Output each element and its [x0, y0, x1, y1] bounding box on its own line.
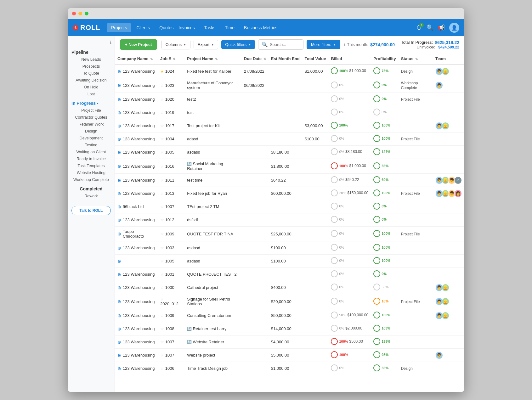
sidebar-item-design[interactable]: Design — [68, 128, 115, 135]
col-total-value[interactable]: Total Value — [302, 53, 329, 65]
col-due-date[interactable]: Due Date ⇅ — [241, 53, 269, 65]
star-icon[interactable]: ☆ — [160, 110, 164, 115]
sidebar-item-new-leads[interactable]: New Leads — [68, 56, 115, 63]
table-row[interactable]: ⊕ 123 Warehousing ☆ 1006 Time Track Desi… — [115, 362, 464, 375]
nav-item-business[interactable]: Business Metrics — [240, 23, 282, 32]
star-icon[interactable]: ☆ — [160, 353, 164, 358]
table-row[interactable]: ⊕ 123 Warehousing ☆ 1023 Manufacture of … — [115, 78, 464, 93]
maximize-dot[interactable] — [85, 12, 88, 15]
sidebar-item-prospects[interactable]: Prospects — [68, 63, 115, 70]
star-icon[interactable]: ☆ — [160, 366, 164, 371]
table-row[interactable]: ⊕ 123 Warehousing ☆ 1004 adasd $100.00 0… — [115, 132, 464, 146]
table-row[interactable]: ⊕ 123 Warehousing ☆ 1017 Test project fo… — [115, 119, 464, 132]
nav-item-clients[interactable]: Clients — [132, 23, 154, 32]
col-profitability[interactable]: Profitability — [371, 53, 399, 65]
table-row[interactable]: ⊕ Taupo Chiropracto ☆ 1009 QUOTE TEST FO… — [115, 227, 464, 241]
minimize-dot[interactable] — [78, 12, 82, 15]
table-row[interactable]: ⊕ 123 Warehousing ☆ 2020_012 Signage for… — [115, 294, 464, 309]
star-icon[interactable]: ☆ — [160, 191, 164, 196]
sidebar-item-workshop-complete[interactable]: Workshop Complete — [68, 176, 115, 183]
star-icon[interactable]: ☆ — [160, 326, 164, 331]
nav-item-tasks[interactable]: Tasks — [200, 23, 220, 32]
star-icon[interactable]: ☆ — [160, 259, 164, 263]
new-project-button[interactable]: + New Project — [120, 39, 157, 50]
star-icon[interactable]: ☆ — [160, 123, 164, 128]
nav-item-quotes[interactable]: Quotes + Invoices — [155, 23, 199, 32]
star-icon[interactable]: ☆ — [160, 150, 164, 155]
search-input[interactable] — [270, 42, 300, 47]
star-icon[interactable]: ☆ — [160, 137, 164, 141]
col-project[interactable]: Project Name ⇅ — [184, 53, 241, 65]
cell-due-date — [241, 146, 269, 159]
cell-status — [399, 349, 433, 362]
col-job[interactable]: Job # ⇅ — [158, 53, 184, 65]
cell-billed: 0% — [328, 241, 371, 255]
table-row[interactable]: ⊕ 123 Warehousing ☆ 1007 🔄 Website Retai… — [115, 335, 464, 349]
nav-item-projects[interactable]: Projects — [107, 23, 132, 32]
star-icon[interactable]: ☆ — [160, 297, 164, 301]
sidebar-item-lost[interactable]: Lost — [68, 91, 115, 98]
star-icon[interactable]: ★ — [160, 69, 164, 74]
col-company[interactable]: Company Name ⇅ — [115, 53, 158, 65]
user-avatar[interactable]: 👤 — [449, 23, 459, 33]
sidebar-item-to-quote[interactable]: To Quote — [68, 70, 115, 77]
table-row[interactable]: ⊕ 123 Warehousing ☆ 1008 🔄 Retainer test… — [115, 322, 464, 335]
star-icon[interactable]: ☆ — [160, 340, 164, 344]
this-month-value[interactable]: $274,900.00 — [370, 42, 395, 47]
cell-est-month-end: $100.00 — [269, 255, 302, 268]
table-row[interactable]: ⊕ 123 Warehousing ☆ 1020 test2 0% — [115, 93, 464, 106]
star-icon[interactable]: ☆ — [160, 97, 164, 102]
star-icon[interactable]: ☆ — [160, 313, 164, 318]
notification-icon-btn[interactable]: 📢 — [438, 24, 445, 31]
table-row[interactable]: ⊕ 123 Warehousing ★ 1024 Fixed fee test … — [115, 65, 464, 78]
col-billed[interactable]: Billed — [328, 53, 371, 65]
star-icon[interactable]: ☆ — [160, 272, 164, 277]
project-name: QUOTE TEST FOR TINA — [187, 232, 233, 236]
table-row[interactable]: ⊕ 123 Warehousing ☆ 1000 Cathedral proje… — [115, 281, 464, 294]
close-dot[interactable] — [72, 12, 76, 15]
columns-button[interactable]: Columns ▼ — [161, 40, 190, 49]
table-row[interactable]: ⊕ 123 Warehousing ☆ 1013 Fixed fee job f… — [115, 187, 464, 200]
table-row[interactable]: ⊕ 123 Warehousing ☆ 1019 test 0% — [115, 106, 464, 119]
table-row[interactable]: ⊕ 123 Warehousing ☆ 1005 asdasd $8,180.0… — [115, 146, 464, 159]
sidebar-item-testing[interactable]: Testing — [68, 142, 115, 149]
table-row[interactable]: ⊕ 96black Ltd ☆ 1007 TEst project 2 TM 0… — [115, 200, 464, 213]
col-status[interactable]: Status ⇅ — [399, 53, 433, 65]
star-icon[interactable]: ☆ — [160, 232, 164, 236]
search-icon-btn[interactable]: 🔍 — [427, 24, 433, 31]
sidebar-item-rework[interactable]: Rework — [68, 193, 115, 200]
sidebar-item-on-hold[interactable]: On Hold — [68, 84, 115, 91]
table-row[interactable]: ⊕ 123 Warehousing ☆ 1007 Website project… — [115, 349, 464, 362]
sidebar-item-task-templates[interactable]: Task Templates — [68, 162, 115, 169]
star-icon[interactable]: ☆ — [160, 83, 164, 88]
nav-item-time[interactable]: Time — [221, 23, 239, 32]
sidebar-item-waiting-client[interactable]: Waiting on Client — [68, 149, 115, 155]
star-icon[interactable]: ☆ — [160, 204, 164, 209]
star-icon[interactable]: ☆ — [160, 245, 164, 250]
col-est-month-end[interactable]: Est Month End — [269, 53, 302, 65]
star-icon[interactable]: ☆ — [160, 178, 164, 183]
sidebar-item-project-file[interactable]: Project File — [68, 107, 115, 114]
table-row[interactable]: ⊕ 123 Warehousing ☆ 1009 Consulting Crem… — [115, 309, 464, 322]
star-icon[interactable]: ☆ — [160, 217, 164, 222]
star-icon[interactable]: ☆ — [160, 285, 164, 290]
sidebar-info-icon[interactable]: ℹ — [68, 40, 115, 47]
export-button[interactable]: Export ▼ — [194, 40, 218, 49]
table-row[interactable]: ⊕ 123 Warehousing ☆ 1011 test time $640.… — [115, 174, 464, 187]
sidebar-item-development[interactable]: Development — [68, 135, 115, 142]
sidebar-item-awaiting[interactable]: Awaiting Decision — [68, 77, 115, 84]
table-row[interactable]: ⊕ 123 Warehousing ☆ 1016 🔄 Social Market… — [115, 159, 464, 174]
table-row[interactable]: ⊕ ☆ 1005 asdasd $100.00 0% — [115, 255, 464, 268]
sidebar-item-retainer-work[interactable]: Retainer Work — [68, 121, 115, 128]
table-row[interactable]: ⊕ 123 Warehousing ☆ 1012 dsfsdf 0% — [115, 213, 464, 227]
timer-icon-btn[interactable]: ⏱ 9 — [416, 25, 422, 31]
talk-to-roll-button[interactable]: Talk to ROLL — [71, 206, 111, 215]
table-row[interactable]: ⊕ 123 Warehousing ☆ 1001 QUOTE PROJECT T… — [115, 268, 464, 281]
table-row[interactable]: ⊕ 123 Warehousing ☆ 1003 asdasd $100.00 … — [115, 241, 464, 255]
sidebar-item-contractor-quotes[interactable]: Contractor Quotes — [68, 114, 115, 121]
star-icon[interactable]: ☆ — [160, 164, 164, 169]
quick-filters-button[interactable]: Quick filters ▼ — [221, 40, 255, 49]
sidebar-item-ready-invoice[interactable]: Ready to Invoice — [68, 155, 115, 162]
more-filters-button[interactable]: More filters ▼ — [307, 40, 340, 49]
sidebar-item-website-hosting[interactable]: Website Hosting — [68, 169, 115, 176]
